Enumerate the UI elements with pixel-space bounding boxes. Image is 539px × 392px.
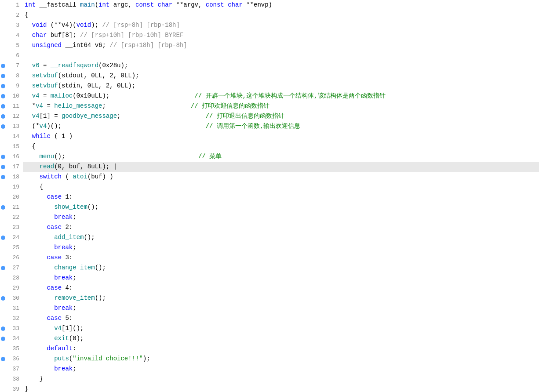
comment-11: // 打印欢迎信息的函数指针 [191,102,270,109]
code-line-3: void (**v4)(void); // [rsp+8h] [rbp-18h] [23,20,539,30]
plain-36a [25,355,54,362]
kw-case3: case [47,254,62,261]
plain-27a [25,264,54,271]
breakpoint-dot-11 [1,104,5,109]
code-line-33: v4[1](); [23,323,539,334]
bp-16[interactable] [0,152,6,162]
bp-17[interactable] [0,162,6,172]
code-line-2: { [23,10,539,20]
ln-15: 15 [8,142,19,152]
ln-3: 3 [8,20,19,30]
bp-38[interactable] [0,374,6,384]
ln-7: 7 [8,61,19,71]
bp-15[interactable] [0,142,6,152]
code-content[interactable]: int __fastcall main(int argc, const char… [23,0,539,392]
ln-6: 6 [8,51,19,61]
kw-const: const [135,1,154,8]
bp-29[interactable] [0,283,6,293]
code-line-10: v4 = malloc(0x10uLL); // 开辟一个堆块,这个堆块构成一个… [23,91,539,101]
kw-break3: break [54,274,73,281]
plain-9a [25,82,32,89]
bp-23[interactable] [0,222,6,232]
plain-27b: (); [95,264,106,271]
bp-20[interactable] [0,192,6,202]
comment-13: // 调用第一个函数,输出欢迎信息 [206,123,301,130]
comment-12: // 打印退出信息的函数指针 [206,113,284,120]
bp-5[interactable] [0,40,6,51]
bp-19[interactable] [0,182,6,192]
plain-39: } [25,385,28,392]
bp-39[interactable] [0,384,6,392]
plain-21a [25,203,54,211]
fn-setvbuf2: setvbuf [32,82,58,89]
fn-menu: menu [40,153,55,160]
bp-37[interactable] [0,364,6,374]
bp-33[interactable] [0,323,6,334]
bp-21[interactable] [0,202,6,212]
ln-1: 1 [8,0,19,10]
code-line-1: int __fastcall main(int argc, const char… [23,0,539,10]
bp-2[interactable] [0,10,6,20]
bp-9[interactable] [0,81,6,91]
bp-27[interactable] [0,263,6,273]
plain-3c: ); [91,22,102,29]
breakpoint-column[interactable] [0,0,6,392]
bp-18[interactable] [0,172,6,182]
bp-32[interactable] [0,313,6,323]
breakpoint-dot-36 [1,357,5,361]
bp-11[interactable] [0,101,6,111]
bp-35[interactable] [0,344,6,354]
bp-22[interactable] [0,212,6,222]
plain-37b: ; [73,365,76,372]
plain-37a [25,365,54,372]
plain-1d [154,1,157,8]
plain-23b: 2: [62,224,73,231]
plain-26a [25,254,47,261]
kw-int2: int [98,1,109,8]
bp-34[interactable] [0,334,6,344]
code-line-11: *v4 = hello_message; // 打印欢迎信息的函数指针 [23,101,539,111]
bp-12[interactable] [0,111,6,121]
code-line-25: break; [23,243,539,253]
bp-14[interactable] [0,131,6,142]
var-v4-1: v4 [32,92,40,99]
bp-10[interactable] [0,91,6,101]
bp-25[interactable] [0,243,6,253]
bp-31[interactable] [0,303,6,313]
kw-void: void [32,22,47,29]
code-line-17: read(0, buf, 8uLL); | [23,162,539,172]
breakpoint-dot-12 [1,114,5,119]
bp-26[interactable] [0,253,6,263]
bp-1[interactable] [0,0,6,10]
code-line-19: { [23,182,539,192]
plain-22a [25,214,54,221]
bp-6[interactable] [0,51,6,61]
bp-8[interactable] [0,71,6,81]
bp-28[interactable] [0,273,6,283]
plain-7a [25,62,32,69]
code-line-28: break; [23,273,539,283]
bp-3[interactable] [0,20,6,30]
bp-30[interactable] [0,293,6,303]
code-line-14: while ( 1 ) [23,131,539,142]
code-line-39: } [23,384,539,392]
breakpoint-dot-24 [1,236,5,240]
ln-20: 20 [8,192,19,202]
ln-9: 9 [8,81,19,91]
kw-char3: char [32,32,47,39]
plain-8a [25,72,32,79]
bp-24[interactable] [0,232,6,243]
plain-4a [25,32,32,39]
fn-main: main [80,1,95,8]
bp-13[interactable] [0,121,6,131]
bp-7[interactable] [0,61,6,71]
var-v4-4: v4 [40,123,47,130]
var-v4-3: v4 [32,113,40,120]
plain-14a [25,133,32,140]
plain-22b: ; [73,214,76,221]
bp-4[interactable] [0,30,6,40]
plain-36c: ); [143,355,150,362]
bp-36[interactable] [0,354,6,364]
code-line-15: { [23,142,539,152]
plain-10a [25,92,32,99]
